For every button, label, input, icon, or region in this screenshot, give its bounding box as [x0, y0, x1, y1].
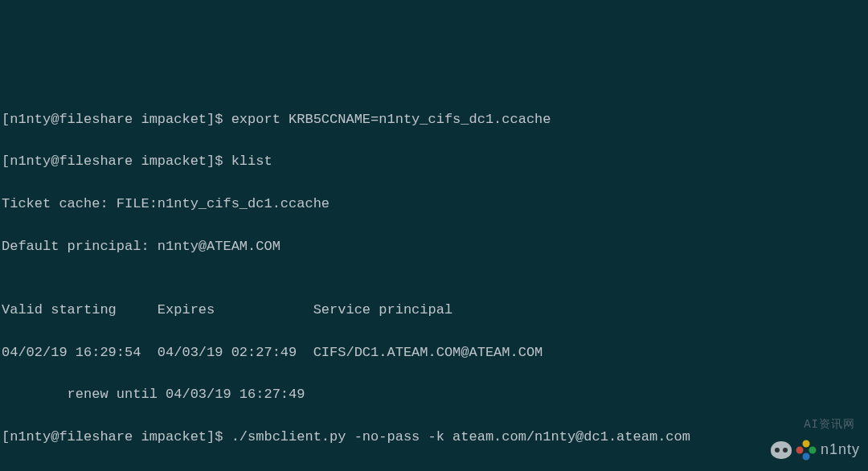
terminal-line: [n1nty@fileshare impacket]$ ./smbclient.… — [2, 427, 866, 448]
terminal-output[interactable]: [n1nty@fileshare impacket]$ export KRB5C… — [2, 88, 866, 471]
terminal-line: Valid starting Expires Service principal — [2, 300, 866, 321]
terminal-line: Ticket cache: FILE:n1nty_cifs_dc1.ccache — [2, 194, 866, 215]
terminal-line: 04/02/19 16:29:54 04/03/19 02:27:49 CIFS… — [2, 342, 866, 363]
terminal-line: [n1nty@fileshare impacket]$ klist — [2, 151, 866, 172]
terminal-line: renew until 04/03/19 16:27:49 — [2, 384, 866, 405]
terminal-line: Default principal: n1nty@ATEAM.COM — [2, 236, 866, 257]
terminal-line: [n1nty@fileshare impacket]$ export KRB5C… — [2, 109, 866, 130]
